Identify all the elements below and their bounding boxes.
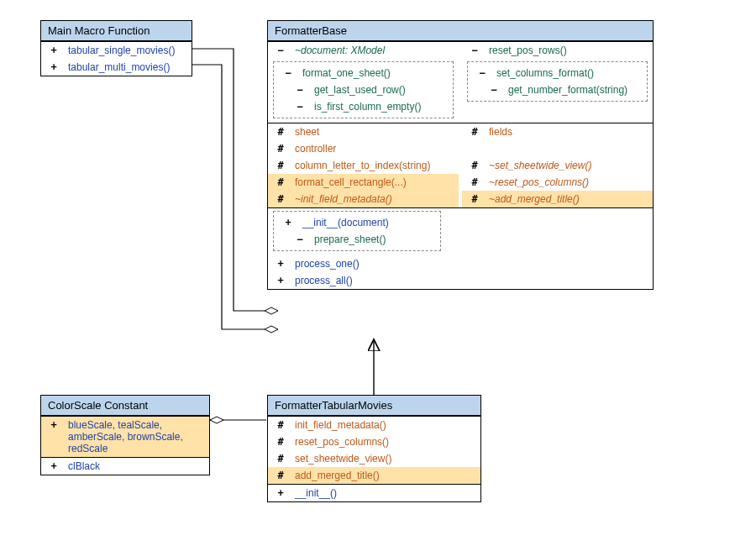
col-right: − reset_pos_rows() − set_columns_format(… [462,42,653,123]
member-row: #fields [462,123,653,140]
svg-marker-2 [210,417,223,423]
class-formatter-tabular-movies: FormatterTabularMovies #init_field_metad… [267,395,481,502]
visibility-icon: + [275,275,286,286]
member-row: + __init__() [268,485,480,501]
visibility-icon: + [275,258,286,270]
member-label: ~reset_pos_columns() [489,176,646,188]
member-label: set_columns_format() [496,67,638,79]
method-group: − format_one_sheet() − get_last_used_row… [273,61,454,118]
member-label: ~document: XModel [295,45,452,56]
member-label: tabular_single_movies() [68,45,185,56]
member-row: + blueScale, tealScale, amberScale, brow… [41,417,209,457]
visibility-icon: + [48,61,60,73]
visibility-icon: # [275,176,286,188]
member-label: sheet [295,126,452,138]
visibility-icon: − [294,101,306,113]
visibility-icon: + [48,419,60,431]
member-label: __init__(document) [302,217,432,228]
member-row: #format_cell_rectangle(...) [268,174,459,191]
method-group: − set_columns_format() − get_number_form… [467,61,648,102]
col-left: #sheet#controller#column_letter_to_index… [268,123,459,207]
member-row: #~reset_pos_columns() [462,174,653,191]
visibility-icon: − [294,234,306,245]
private-section: − ~document: XModel − format_one_sheet()… [268,41,653,123]
member-label: tabular_multi_movies() [68,61,185,73]
visibility-icon: − [294,84,306,96]
visibility-icon: # [275,419,286,431]
svg-marker-1 [265,326,278,333]
member-row: − prepare_sheet() [276,231,438,248]
class-colorscale: ColorScale Constant + blueScale, tealSca… [40,395,210,475]
member-label: format_one_sheet() [302,67,444,79]
member-row: − reset_pos_rows() [462,42,653,59]
member-row: − format_one_sheet() [276,65,451,81]
member-row: − get_last_used_row() [276,81,451,98]
visibility-icon: # [469,160,480,171]
member-label: set_sheetwide_view() [295,453,474,465]
visibility-icon: # [469,193,480,205]
member-label: is_first_column_empty() [314,101,444,113]
visibility-icon: + [282,217,294,228]
member-row: + process_one() [268,255,653,272]
visibility-icon: # [275,453,286,465]
member-row: #controller [268,140,459,157]
member-row: + clBlack [41,458,209,475]
member-label: reset_pos_columns() [295,436,474,448]
member-label: ~add_merged_title() [489,193,646,205]
visibility-icon: + [48,45,60,56]
visibility-icon: − [488,84,500,96]
member-label: process_all() [295,275,646,286]
member-row: − get_number_format(string) [470,81,645,98]
member-row: #init_field_metadata() [268,417,480,433]
public-section: + __init__() [268,484,480,501]
member-label: process_one() [295,258,646,270]
class-title: FormatterTabularMovies [268,396,480,416]
member-section: + tabular_single_movies() + tabular_mult… [41,41,192,76]
visibility-icon: # [275,126,286,138]
method-group: + __init__(document) − prepare_sheet() [273,211,441,251]
member-row: − ~document: XModel [268,42,459,59]
member-row: − set_columns_format() [470,65,645,81]
visibility-icon: + [275,487,286,499]
member-label: column_letter_to_index(string) [295,160,452,171]
member-label: add_merged_title() [295,470,474,481]
class-formatter-base: FormatterBase − ~document: XModel − form… [267,20,654,290]
visibility-icon: − [275,45,286,56]
member-row: #set_sheetwide_view() [268,450,480,467]
member-row: − is_first_column_empty() [276,98,451,115]
member-label: blueScale, tealScale, amberScale, brownS… [68,419,202,454]
class-title: Main Macro Function [41,21,192,41]
member-label: clBlack [68,460,202,472]
member-row: + process_all() [268,272,653,289]
visibility-icon: − [282,67,294,79]
member-row: #~set_sheetwide_view() [462,157,653,174]
member-row: + __init__(document) [276,214,438,231]
visibility-icon: # [275,160,286,171]
member-label: __init__() [295,487,474,499]
member-row: #~add_merged_title() [462,191,653,207]
member-row: + tabular_single_movies() [41,42,192,59]
member-label: get_number_format(string) [508,84,638,96]
member-label: prepare_sheet() [314,234,432,245]
member-label: fields [489,126,646,138]
member-section: + blueScale, tealScale, amberScale, brow… [41,416,209,457]
visibility-icon: # [469,126,480,138]
class-title: FormatterBase [268,21,653,41]
member-row: #add_merged_title() [268,467,480,484]
member-row: #reset_pos_columns() [268,433,480,450]
member-label: reset_pos_rows() [489,45,646,56]
member-label: controller [295,143,452,155]
svg-marker-0 [265,307,278,314]
protected-section: #init_field_metadata()#reset_pos_columns… [268,416,480,484]
member-label: ~init_field_metadata() [295,193,452,205]
class-title: ColorScale Constant [41,396,209,416]
member-label: format_cell_rectangle(...) [295,176,452,188]
visibility-icon: # [469,176,480,188]
visibility-icon: − [476,67,488,79]
member-label: ~set_sheetwide_view() [489,160,646,171]
visibility-icon: # [275,193,286,205]
member-label: get_last_used_row() [314,84,444,96]
member-section: + clBlack [41,457,209,475]
visibility-icon: − [469,45,480,56]
visibility-icon: + [48,460,60,472]
